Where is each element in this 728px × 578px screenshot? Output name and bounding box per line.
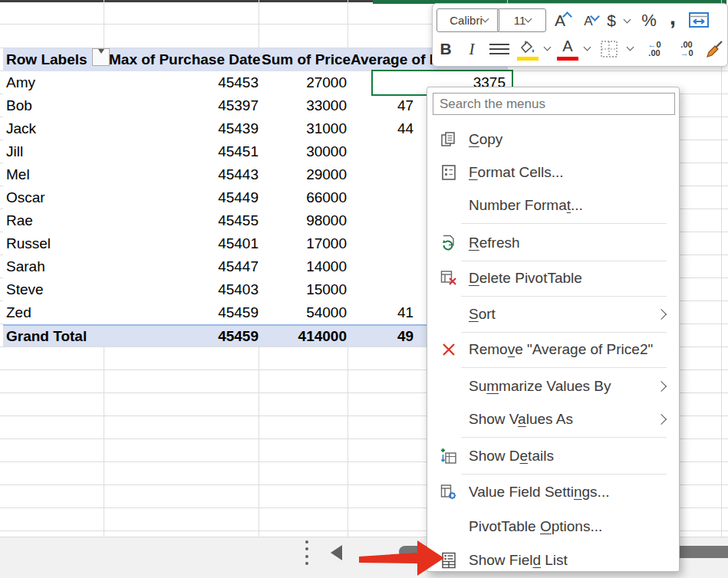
chevron-down-icon	[623, 15, 631, 23]
menu-item-label: Show Details	[469, 448, 554, 465]
scrollbar-resize-grip[interactable]	[305, 540, 309, 565]
menu-item-pivottable-options[interactable]: PivotTable Options...	[427, 510, 677, 543]
percent-style-button[interactable]: %	[638, 10, 660, 31]
row-label-cell[interactable]: Steve	[6, 278, 44, 301]
font-color-button[interactable]: A	[557, 36, 578, 61]
remove-x-icon	[440, 340, 458, 359]
borders-dropdown[interactable]	[624, 42, 635, 54]
menu-item-label: Format Cells...	[469, 164, 564, 181]
scroll-left-arrow[interactable]	[331, 545, 342, 560]
sum-price-cell[interactable]: 14000	[176, 255, 347, 278]
menu-item-number-format[interactable]: Number Format...	[427, 189, 677, 222]
sum-price-cell[interactable]: 17000	[176, 232, 347, 255]
header-row-labels[interactable]: Row Labels	[6, 48, 87, 71]
sum-price-cell[interactable]: 98000	[176, 209, 347, 232]
font-size-combo[interactable]: 11	[497, 8, 546, 32]
menu-item-label: Summarize Values By	[469, 378, 611, 395]
average-cell-fragment[interactable]: 44	[397, 117, 413, 140]
row-label-cell[interactable]: Sarah	[6, 255, 45, 278]
menu-item-show-details[interactable]: Show Details	[427, 439, 677, 472]
row-label-cell[interactable]: Jack	[6, 117, 36, 140]
grand-total-average-fragment[interactable]: 49	[397, 326, 413, 346]
menu-item-label: Show Field List	[469, 552, 568, 569]
row-label-cell[interactable]: Zed	[6, 301, 31, 324]
sum-price-cell[interactable]: 15000	[176, 278, 347, 301]
format-cells-icon	[440, 163, 458, 182]
sum-price-cell[interactable]: 27000	[176, 71, 347, 94]
merge-center-button[interactable]	[687, 10, 710, 30]
menu-item-delete-pivottable[interactable]: Delete PivotTable	[427, 261, 677, 294]
chevron-down-icon	[583, 43, 591, 51]
comma-style-button[interactable]: ,	[666, 5, 680, 28]
chevron-down-icon	[626, 43, 634, 51]
sum-price-cell[interactable]: 31000	[176, 117, 347, 140]
menu-item-sort[interactable]: Sort	[427, 297, 677, 330]
menu-separator	[461, 296, 667, 297]
bold-button[interactable]: B	[436, 38, 456, 61]
sum-price-cell[interactable]: 29000	[176, 163, 347, 186]
fill-color-swatch	[517, 57, 539, 61]
submenu-arrow-icon	[656, 308, 667, 319]
menu-item-copy[interactable]: Copy	[427, 123, 677, 156]
menu-separator	[461, 437, 667, 438]
filter-dropdown-button[interactable]	[92, 48, 110, 66]
chevron-down-icon	[481, 15, 489, 23]
submenu-arrow-icon	[656, 413, 667, 424]
menu-item-value-field-settings[interactable]: Value Field Settings...	[427, 475, 677, 508]
grand-total-label[interactable]: Grand Total	[6, 326, 87, 346]
alignment-button[interactable]	[486, 39, 512, 59]
sum-price-cell[interactable]: 30000	[176, 140, 347, 163]
row-label-cell[interactable]: Amy	[6, 71, 35, 94]
accounting-format-dropdown[interactable]	[621, 15, 632, 27]
menu-item-show-field-list[interactable]: Show Field List	[427, 544, 677, 576]
top-edge-bar	[0, 0, 373, 2]
sum-price-cell[interactable]: 54000	[176, 301, 347, 324]
fill-color-button[interactable]	[517, 36, 539, 61]
accounting-format-button[interactable]: $	[604, 10, 618, 31]
row-label-cell[interactable]: Oscar	[6, 186, 45, 209]
annotation-arrow	[353, 535, 453, 578]
borders-grid-icon	[600, 40, 618, 58]
row-label-cell[interactable]: Mel	[6, 163, 30, 186]
shrink-font-button[interactable]: A	[577, 11, 600, 31]
borders-button[interactable]	[597, 38, 621, 61]
show-details-icon	[440, 447, 458, 465]
value-field-settings-icon	[440, 483, 458, 501]
average-cell-fragment[interactable]: 47	[397, 94, 413, 117]
fill-bucket-icon	[519, 40, 537, 57]
row-label-cell[interactable]: Jill	[6, 140, 23, 163]
fill-color-dropdown[interactable]	[542, 42, 552, 54]
menu-item-remove-average-of-price[interactable]: Remove "Average of Price2"	[427, 333, 677, 366]
menu-search-input[interactable]	[433, 93, 675, 115]
format-painter-button[interactable]	[704, 38, 726, 61]
font-color-swatch	[557, 57, 578, 61]
average-cell-fragment[interactable]: 41	[397, 301, 413, 324]
menu-item-summarize-values-by[interactable]: Summarize Values By	[427, 369, 677, 402]
filter-arrow-icon	[98, 49, 104, 54]
menu-item-label: Show Values As	[469, 411, 573, 428]
decrease-decimal-button[interactable]: ←0.00	[641, 38, 667, 61]
menu-item-refresh[interactable]: Refresh	[427, 226, 677, 259]
italic-button[interactable]: I	[463, 38, 480, 61]
menu-item-show-values-as[interactable]: Show Values As	[427, 402, 677, 435]
header-max-purchase-date[interactable]: Max of Purchase Date	[109, 48, 260, 71]
row-label-cell[interactable]: Russel	[6, 232, 51, 255]
font-size-value: 11	[514, 14, 526, 27]
menu-item-label: Number Format...	[469, 197, 583, 214]
increase-decimal-button[interactable]: .00→0	[674, 38, 700, 61]
sum-price-cell[interactable]: 66000	[176, 186, 347, 209]
sum-price-cell[interactable]: 33000	[176, 94, 347, 117]
menu-item-label: PivotTable Options...	[469, 518, 602, 535]
grand-total-price[interactable]: 414000	[176, 326, 347, 346]
row-label-cell[interactable]: Rae	[6, 209, 33, 232]
row-label-cell[interactable]: Bob	[6, 94, 32, 117]
menu-item-format-cells[interactable]: Format Cells...	[427, 156, 677, 189]
copy-icon	[440, 130, 458, 149]
font-name-combo[interactable]: Calibri	[436, 8, 499, 32]
grow-font-button[interactable]: A	[548, 10, 572, 31]
menu-item-label: Remove "Average of Price2"	[469, 341, 653, 358]
refresh-icon	[440, 234, 458, 252]
font-color-dropdown[interactable]	[581, 42, 592, 54]
menu-separator	[461, 474, 667, 475]
header-sum-of-price[interactable]: Sum of Price	[262, 48, 351, 71]
